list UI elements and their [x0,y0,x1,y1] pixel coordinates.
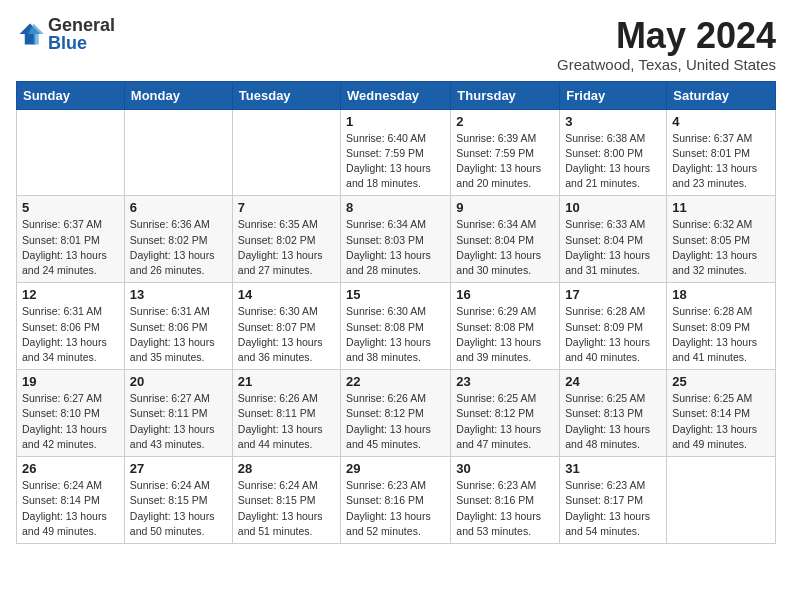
day-number: 4 [672,114,770,129]
day-number: 12 [22,287,119,302]
calendar-cell: 1Sunrise: 6:40 AM Sunset: 7:59 PM Daylig… [341,109,451,196]
day-number: 15 [346,287,445,302]
day-info: Sunrise: 6:35 AM Sunset: 8:02 PM Dayligh… [238,217,335,278]
calendar-cell [17,109,125,196]
calendar-cell: 8Sunrise: 6:34 AM Sunset: 8:03 PM Daylig… [341,196,451,283]
day-number: 22 [346,374,445,389]
logo-blue-text: Blue [48,34,115,52]
day-info: Sunrise: 6:24 AM Sunset: 8:14 PM Dayligh… [22,478,119,539]
day-number: 1 [346,114,445,129]
calendar-cell: 24Sunrise: 6:25 AM Sunset: 8:13 PM Dayli… [560,370,667,457]
header-saturday: Saturday [667,81,776,109]
calendar-cell: 26Sunrise: 6:24 AM Sunset: 8:14 PM Dayli… [17,457,125,544]
day-info: Sunrise: 6:25 AM Sunset: 8:14 PM Dayligh… [672,391,770,452]
day-info: Sunrise: 6:36 AM Sunset: 8:02 PM Dayligh… [130,217,227,278]
day-info: Sunrise: 6:30 AM Sunset: 8:08 PM Dayligh… [346,304,445,365]
header-thursday: Thursday [451,81,560,109]
day-info: Sunrise: 6:24 AM Sunset: 8:15 PM Dayligh… [130,478,227,539]
day-number: 8 [346,200,445,215]
day-number: 18 [672,287,770,302]
day-number: 19 [22,374,119,389]
day-info: Sunrise: 6:23 AM Sunset: 8:16 PM Dayligh… [456,478,554,539]
header-sunday: Sunday [17,81,125,109]
day-info: Sunrise: 6:40 AM Sunset: 7:59 PM Dayligh… [346,131,445,192]
day-info: Sunrise: 6:37 AM Sunset: 8:01 PM Dayligh… [22,217,119,278]
header-tuesday: Tuesday [232,81,340,109]
calendar-cell: 23Sunrise: 6:25 AM Sunset: 8:12 PM Dayli… [451,370,560,457]
calendar-cell: 6Sunrise: 6:36 AM Sunset: 8:02 PM Daylig… [124,196,232,283]
day-info: Sunrise: 6:29 AM Sunset: 8:08 PM Dayligh… [456,304,554,365]
calendar-cell: 30Sunrise: 6:23 AM Sunset: 8:16 PM Dayli… [451,457,560,544]
calendar-cell: 13Sunrise: 6:31 AM Sunset: 8:06 PM Dayli… [124,283,232,370]
day-info: Sunrise: 6:26 AM Sunset: 8:12 PM Dayligh… [346,391,445,452]
calendar-cell: 10Sunrise: 6:33 AM Sunset: 8:04 PM Dayli… [560,196,667,283]
day-info: Sunrise: 6:39 AM Sunset: 7:59 PM Dayligh… [456,131,554,192]
day-number: 17 [565,287,661,302]
day-info: Sunrise: 6:27 AM Sunset: 8:10 PM Dayligh… [22,391,119,452]
day-info: Sunrise: 6:25 AM Sunset: 8:13 PM Dayligh… [565,391,661,452]
page-container: General Blue May 2024 Greatwood, Texas, … [0,0,792,552]
calendar-cell: 14Sunrise: 6:30 AM Sunset: 8:07 PM Dayli… [232,283,340,370]
day-number: 14 [238,287,335,302]
header-friday: Friday [560,81,667,109]
day-info: Sunrise: 6:34 AM Sunset: 8:03 PM Dayligh… [346,217,445,278]
calendar-week-row: 12Sunrise: 6:31 AM Sunset: 8:06 PM Dayli… [17,283,776,370]
day-number: 30 [456,461,554,476]
day-number: 5 [22,200,119,215]
calendar-cell: 5Sunrise: 6:37 AM Sunset: 8:01 PM Daylig… [17,196,125,283]
calendar-cell: 22Sunrise: 6:26 AM Sunset: 8:12 PM Dayli… [341,370,451,457]
calendar-cell: 28Sunrise: 6:24 AM Sunset: 8:15 PM Dayli… [232,457,340,544]
day-number: 21 [238,374,335,389]
calendar-cell: 27Sunrise: 6:24 AM Sunset: 8:15 PM Dayli… [124,457,232,544]
day-info: Sunrise: 6:32 AM Sunset: 8:05 PM Dayligh… [672,217,770,278]
calendar-cell: 7Sunrise: 6:35 AM Sunset: 8:02 PM Daylig… [232,196,340,283]
day-number: 20 [130,374,227,389]
calendar-cell [124,109,232,196]
calendar-cell [667,457,776,544]
day-number: 24 [565,374,661,389]
day-number: 11 [672,200,770,215]
calendar-cell: 25Sunrise: 6:25 AM Sunset: 8:14 PM Dayli… [667,370,776,457]
logo-general-text: General [48,16,115,34]
day-number: 7 [238,200,335,215]
location: Greatwood, Texas, United States [557,56,776,73]
calendar-header-row: Sunday Monday Tuesday Wednesday Thursday… [17,81,776,109]
calendar-cell: 19Sunrise: 6:27 AM Sunset: 8:10 PM Dayli… [17,370,125,457]
day-info: Sunrise: 6:30 AM Sunset: 8:07 PM Dayligh… [238,304,335,365]
day-number: 13 [130,287,227,302]
calendar-cell: 11Sunrise: 6:32 AM Sunset: 8:05 PM Dayli… [667,196,776,283]
calendar-cell: 31Sunrise: 6:23 AM Sunset: 8:17 PM Dayli… [560,457,667,544]
calendar-cell: 29Sunrise: 6:23 AM Sunset: 8:16 PM Dayli… [341,457,451,544]
day-info: Sunrise: 6:28 AM Sunset: 8:09 PM Dayligh… [565,304,661,365]
day-info: Sunrise: 6:33 AM Sunset: 8:04 PM Dayligh… [565,217,661,278]
calendar-cell: 16Sunrise: 6:29 AM Sunset: 8:08 PM Dayli… [451,283,560,370]
day-info: Sunrise: 6:31 AM Sunset: 8:06 PM Dayligh… [130,304,227,365]
day-number: 16 [456,287,554,302]
day-number: 2 [456,114,554,129]
calendar-cell [232,109,340,196]
day-info: Sunrise: 6:23 AM Sunset: 8:17 PM Dayligh… [565,478,661,539]
logo: General Blue [16,16,115,52]
header-wednesday: Wednesday [341,81,451,109]
header-monday: Monday [124,81,232,109]
day-info: Sunrise: 6:28 AM Sunset: 8:09 PM Dayligh… [672,304,770,365]
day-number: 26 [22,461,119,476]
logo-text: General Blue [48,16,115,52]
calendar-cell: 9Sunrise: 6:34 AM Sunset: 8:04 PM Daylig… [451,196,560,283]
day-info: Sunrise: 6:23 AM Sunset: 8:16 PM Dayligh… [346,478,445,539]
day-info: Sunrise: 6:38 AM Sunset: 8:00 PM Dayligh… [565,131,661,192]
day-info: Sunrise: 6:31 AM Sunset: 8:06 PM Dayligh… [22,304,119,365]
calendar-cell: 21Sunrise: 6:26 AM Sunset: 8:11 PM Dayli… [232,370,340,457]
calendar-week-row: 26Sunrise: 6:24 AM Sunset: 8:14 PM Dayli… [17,457,776,544]
calendar-cell: 12Sunrise: 6:31 AM Sunset: 8:06 PM Dayli… [17,283,125,370]
calendar-cell: 20Sunrise: 6:27 AM Sunset: 8:11 PM Dayli… [124,370,232,457]
day-number: 25 [672,374,770,389]
day-number: 27 [130,461,227,476]
month-title: May 2024 [557,16,776,56]
calendar-week-row: 5Sunrise: 6:37 AM Sunset: 8:01 PM Daylig… [17,196,776,283]
day-number: 6 [130,200,227,215]
day-info: Sunrise: 6:25 AM Sunset: 8:12 PM Dayligh… [456,391,554,452]
calendar-week-row: 1Sunrise: 6:40 AM Sunset: 7:59 PM Daylig… [17,109,776,196]
calendar-cell: 4Sunrise: 6:37 AM Sunset: 8:01 PM Daylig… [667,109,776,196]
title-section: May 2024 Greatwood, Texas, United States [557,16,776,73]
